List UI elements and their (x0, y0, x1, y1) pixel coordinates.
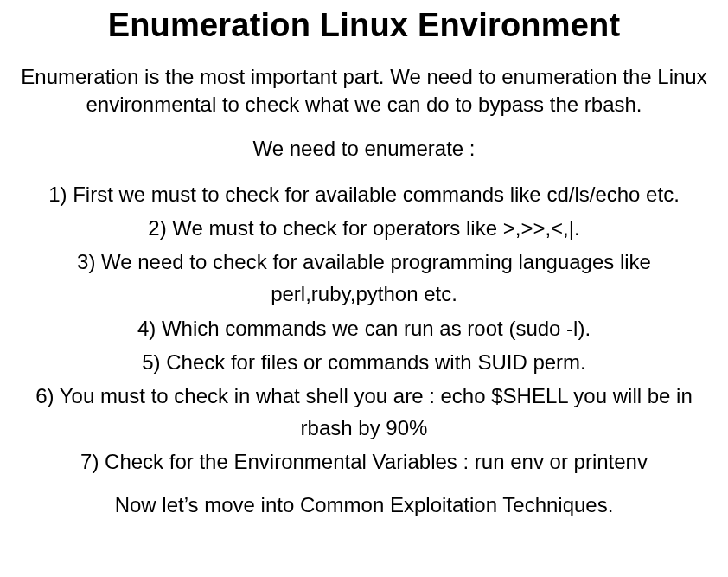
page-title: Enumeration Linux Environment (9, 7, 719, 44)
document-page: Enumeration Linux Environment Enumeratio… (0, 0, 728, 577)
enumeration-list: 1) First we must to check for available … (9, 178, 719, 478)
list-item: 6) You must to check in what shell you a… (9, 380, 719, 444)
intro-paragraph: Enumeration is the most important part. … (9, 63, 719, 119)
list-item: 3) We need to check for available progra… (9, 246, 719, 310)
footer-line: Now let’s move into Common Exploitation … (9, 493, 719, 517)
lead-line: We need to enumerate : (9, 137, 719, 161)
list-item: 2) We must to check for operators like >… (9, 212, 719, 244)
list-item: 1) First we must to check for available … (9, 178, 719, 210)
list-item: 7) Check for the Environmental Variables… (9, 446, 719, 478)
list-item: 5) Check for files or commands with SUID… (9, 346, 719, 378)
list-item: 4) Which commands we can run as root (su… (9, 312, 719, 344)
